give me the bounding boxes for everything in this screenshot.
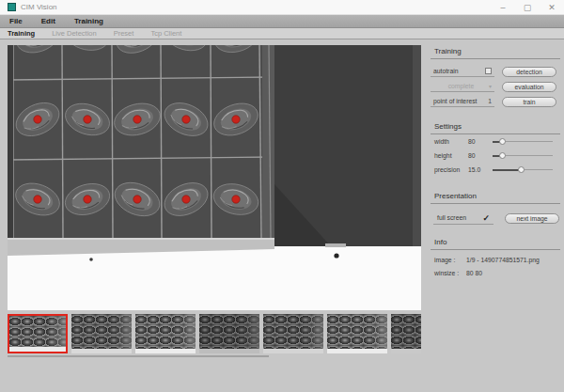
image-thumbnail[interactable]: [327, 314, 387, 353]
precision-value: 15.0: [468, 166, 493, 173]
train-button[interactable]: train: [502, 97, 556, 107]
poi-marker[interactable]: [34, 116, 41, 123]
camera-image-view[interactable]: [8, 45, 421, 310]
divider: [431, 249, 560, 250]
thumbnail-scrollbar[interactable]: [8, 355, 269, 357]
poi-marker[interactable]: [133, 116, 141, 123]
winsize-info-value: 80 80: [466, 270, 482, 276]
complete-dropdown[interactable]: complete ▾: [431, 81, 494, 92]
tab-live-detection[interactable]: Live Detection: [43, 29, 105, 38]
poi-marker[interactable]: [232, 116, 240, 123]
next-image-button[interactable]: next image: [505, 213, 559, 224]
menu-edit[interactable]: Edit: [32, 17, 65, 25]
training-section: Training autotrain detection complete ▾ …: [431, 47, 560, 107]
divider: [431, 203, 560, 204]
app-window: CIM Vision – ▢ ✕ File Edit Training Trai…: [0, 0, 564, 392]
image-thumbnail[interactable]: [135, 314, 196, 353]
fullscreen-checkbox[interactable]: ✓: [482, 214, 490, 222]
fullscreen-row: full screen ✓: [433, 212, 494, 225]
info-section: Info image : 1/9 - 1490774851571.png win…: [431, 238, 560, 276]
close-button[interactable]: ✕: [540, 0, 564, 15]
autotrain-row: autotrain: [431, 66, 494, 77]
image-thumbnail[interactable]: [8, 314, 68, 353]
image-thumbnail[interactable]: [263, 314, 323, 353]
autotrain-label: autotrain: [433, 68, 458, 74]
height-slider[interactable]: [493, 151, 553, 160]
tab-preset[interactable]: Preset: [105, 29, 143, 38]
minimize-button[interactable]: –: [491, 0, 515, 15]
width-slider[interactable]: [493, 137, 553, 146]
poi-marker[interactable]: [34, 196, 41, 203]
width-value: 80: [468, 138, 493, 145]
tab-tcp-client[interactable]: Tcp Client: [142, 29, 190, 38]
menu-training[interactable]: Training: [65, 17, 113, 25]
image-thumbnail[interactable]: [391, 314, 421, 353]
window-controls: – ▢ ✕: [491, 0, 564, 15]
control-panel: Training autotrain detection complete ▾ …: [431, 47, 560, 276]
app-icon: [8, 3, 16, 11]
precision-setting-row: precision 15.0: [431, 163, 560, 177]
fullscreen-label: full screen: [437, 214, 466, 221]
presentation-section: Presentation full screen ✓ next image: [431, 192, 560, 225]
settings-section: Settings width 80 height 80 precision 15…: [431, 122, 560, 177]
image-thumbnail[interactable]: [199, 314, 259, 353]
info-header: Info: [434, 238, 560, 246]
precision-slider[interactable]: [493, 165, 553, 174]
complete-label: complete: [448, 83, 475, 89]
poi-marker[interactable]: [182, 196, 190, 203]
presentation-header: Presentation: [434, 192, 560, 200]
detection-button[interactable]: detection: [502, 67, 556, 77]
tab-training[interactable]: Training: [0, 29, 43, 38]
height-setting-row: height 80: [431, 149, 560, 163]
poi-marker[interactable]: [84, 116, 91, 123]
divider: [431, 58, 560, 59]
poi-marker[interactable]: [133, 196, 141, 203]
image-info-value: 1/9 - 1490774851571.png: [466, 257, 540, 263]
menu-bar: File Edit Training: [0, 15, 564, 28]
window-title: CIM Vision: [21, 3, 57, 11]
point-of-interest-label: point of interest: [433, 98, 477, 104]
point-of-interest-value: 1: [488, 98, 492, 104]
autotrain-checkbox[interactable]: [485, 68, 492, 74]
winsize-info-label: winsize :: [434, 270, 466, 276]
height-label: height: [434, 152, 468, 159]
image-info-label: image :: [434, 257, 466, 263]
winsize-info-row: winsize : 80 80: [434, 270, 560, 276]
poi-marker[interactable]: [182, 116, 190, 123]
height-value: 80: [468, 152, 493, 159]
width-label: width: [434, 138, 468, 145]
training-header: Training: [434, 47, 560, 55]
point-of-interest-spinner[interactable]: point of interest 1: [431, 96, 494, 107]
settings-header: Settings: [434, 122, 560, 131]
poi-marker[interactable]: [232, 196, 240, 203]
image-thumbnail[interactable]: [71, 314, 132, 353]
image-info-row: image : 1/9 - 1490774851571.png: [434, 257, 560, 263]
chevron-down-icon: ▾: [489, 83, 492, 89]
width-setting-row: width 80: [431, 134, 560, 149]
maximize-button[interactable]: ▢: [515, 0, 540, 15]
evaluation-button[interactable]: evaluation: [502, 82, 556, 92]
poi-marker[interactable]: [84, 196, 91, 203]
tab-bar: Training Live Detection Preset Tcp Clien…: [0, 28, 564, 39]
title-bar: CIM Vision – ▢ ✕: [0, 0, 564, 15]
menu-file[interactable]: File: [0, 17, 32, 25]
precision-label: precision: [434, 166, 468, 173]
thumbnail-strip: [8, 313, 421, 354]
